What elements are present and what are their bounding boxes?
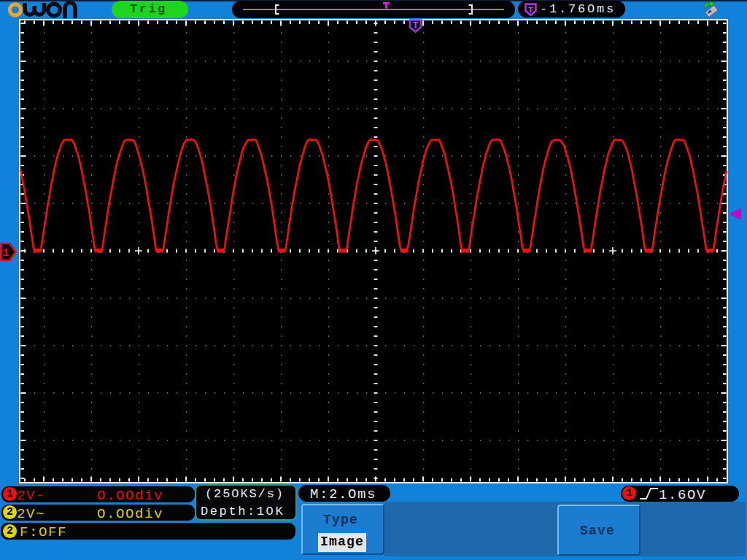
svg-text:T: T: [528, 5, 533, 15]
svg-text:T: T: [413, 21, 418, 31]
svg-text:1: 1: [2, 247, 9, 260]
